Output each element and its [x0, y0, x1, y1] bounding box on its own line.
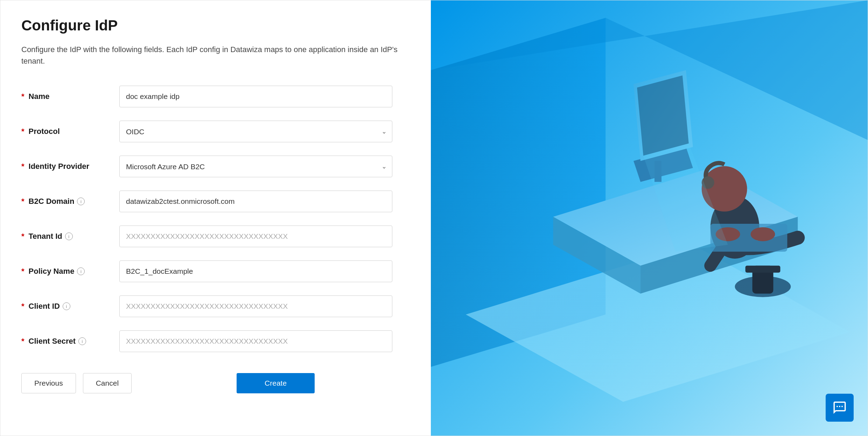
- svg-point-19: [751, 227, 775, 241]
- svg-marker-9: [637, 76, 689, 156]
- tenant-id-label: * Tenant Id i: [21, 232, 119, 241]
- identity-provider-select-wrapper: Microsoft Azure AD B2C Azure AD Okta Aut…: [119, 156, 392, 177]
- b2c-domain-required-star: *: [21, 197, 24, 206]
- policy-name-field-group: * Policy Name i: [21, 260, 410, 282]
- page-description: Configure the IdP with the following fie…: [21, 44, 410, 67]
- policy-name-label: * Policy Name i: [21, 267, 119, 276]
- tenant-id-info-icon[interactable]: i: [65, 233, 73, 240]
- client-secret-input[interactable]: [119, 330, 392, 352]
- identity-provider-field-group: * Identity Provider Microsoft Azure AD B…: [21, 156, 410, 177]
- protocol-select[interactable]: OIDC SAML: [119, 121, 392, 142]
- name-required-star: *: [21, 92, 24, 101]
- identity-provider-label: * Identity Provider: [21, 162, 119, 171]
- identity-provider-select[interactable]: Microsoft Azure AD B2C Azure AD Okta Aut…: [119, 156, 392, 177]
- tenant-id-required-star: *: [21, 232, 24, 241]
- b2c-domain-label: * B2C Domain i: [21, 197, 119, 206]
- policy-name-required-star: *: [21, 267, 24, 276]
- client-id-required-star: *: [21, 302, 24, 311]
- svg-rect-13: [746, 266, 780, 273]
- client-id-label: * Client ID i: [21, 302, 119, 311]
- client-secret-info-icon[interactable]: i: [78, 337, 86, 345]
- previous-button[interactable]: Previous: [21, 373, 76, 393]
- protocol-field-group: * Protocol OIDC SAML ⌄: [21, 121, 410, 142]
- b2c-domain-input[interactable]: [119, 191, 392, 212]
- name-input[interactable]: [119, 86, 392, 107]
- protocol-select-wrapper: OIDC SAML ⌄: [119, 121, 392, 142]
- protocol-label: * Protocol: [21, 127, 119, 136]
- chat-button[interactable]: [826, 394, 854, 422]
- client-id-field-group: * Client ID i: [21, 295, 410, 317]
- tenant-id-field-group: * Tenant Id i: [21, 226, 410, 247]
- policy-name-input[interactable]: [119, 260, 392, 282]
- cancel-button[interactable]: Cancel: [83, 373, 132, 393]
- client-secret-label: * Client Secret i: [21, 337, 119, 346]
- page-title: Configure IdP: [21, 17, 410, 34]
- policy-name-info-icon[interactable]: i: [77, 267, 85, 275]
- illustration-section: [431, 0, 868, 436]
- b2c-domain-field-group: * B2C Domain i: [21, 191, 410, 212]
- b2c-domain-info-icon[interactable]: i: [77, 198, 85, 205]
- identity-provider-required-star: *: [21, 162, 24, 171]
- chat-icon: [832, 400, 847, 415]
- protocol-required-star: *: [21, 127, 24, 136]
- create-button[interactable]: Create: [237, 373, 315, 393]
- illustration-graphic: [431, 0, 868, 436]
- name-label: * Name: [21, 92, 119, 101]
- footer-buttons: Previous Cancel Create: [21, 373, 410, 393]
- client-id-input[interactable]: [119, 295, 392, 317]
- client-secret-field-group: * Client Secret i: [21, 330, 410, 352]
- client-id-info-icon[interactable]: i: [63, 302, 70, 310]
- tenant-id-input[interactable]: [119, 226, 392, 247]
- name-field-group: * Name: [21, 86, 410, 107]
- form-section: Configure IdP Configure the IdP with the…: [0, 0, 431, 436]
- client-secret-required-star: *: [21, 337, 24, 346]
